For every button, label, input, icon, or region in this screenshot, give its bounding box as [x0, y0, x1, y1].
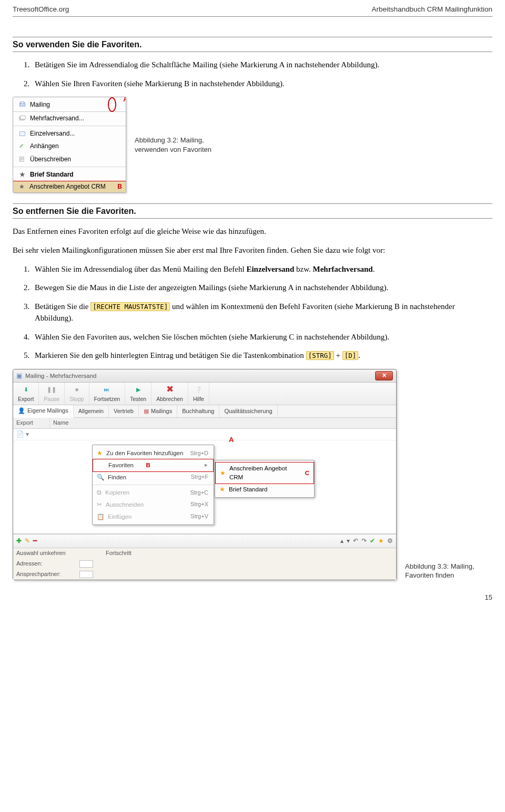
label: Export: [18, 395, 34, 403]
step-2-5: Markieren Sie den gelb hinterlegten Eint…: [32, 350, 492, 362]
tb-export[interactable]: ⬇Export: [13, 383, 39, 405]
text: Wählen Sie im Adressendialog über das Me…: [35, 265, 246, 273]
tab-allgemein[interactable]: Allgemein: [74, 405, 109, 417]
tb-fortsetzen[interactable]: ⏭Fortsetzen: [89, 383, 126, 405]
text: +: [334, 351, 342, 359]
menu-anschreiben-angebot[interactable]: ★ Anschreiben Angebot CRM B: [13, 181, 126, 193]
label: Stopp: [69, 395, 84, 403]
close-button[interactable]: ✕: [375, 371, 393, 381]
text: Betätigen Sie die: [35, 302, 90, 311]
menu-label: Überschreiben: [30, 155, 71, 164]
bold: Mehrfachversand: [313, 265, 373, 273]
table-row[interactable]: 📄 ▾: [13, 429, 396, 440]
chevron-up-icon[interactable]: ▴: [340, 537, 344, 546]
tab-eigene-mailings[interactable]: 👤Eigene Mailings: [13, 405, 74, 418]
col-name[interactable]: Name: [50, 418, 396, 428]
mailing-button[interactable]: Mailing A: [13, 97, 126, 111]
window-title: Mailing - Mehrfachversand: [25, 372, 97, 381]
submenu-arrow-icon: ▸: [205, 461, 208, 469]
star-icon: ★: [97, 449, 103, 458]
menu-brief-standard[interactable]: ★ Brief Standard: [13, 168, 126, 181]
marker-c: C: [305, 469, 309, 478]
mailing-button-label: Mailing: [30, 100, 50, 109]
help-icon: ❔: [195, 384, 202, 395]
person-icon: 👤: [18, 407, 25, 415]
paste-icon: 📋: [97, 512, 104, 521]
section2-title: So entfernen Sie die Favoriten.: [13, 203, 492, 219]
tb-pause: ❚❚Pause: [39, 383, 65, 405]
step-1-2-text: Wählen Sie Ihren Favoriten (siehe Markie…: [35, 79, 285, 88]
section1-title: So verwenden Sie die Favoriten.: [13, 37, 492, 52]
content-area[interactable]: 📄 ▾ A ★Zu den Favoriten hinzufügen Strg+…: [13, 429, 396, 534]
step-2-4: Wählen Sie den Favoriten aus, welchen Si…: [32, 332, 492, 343]
tb-stopp: ■Stopp: [65, 383, 89, 405]
chevron-down-icon[interactable]: ▾: [347, 537, 350, 546]
window-icon: ▣: [16, 372, 22, 381]
menu-ueberschreiben[interactable]: Überschreiben: [13, 153, 126, 166]
shortcut: Strg+X: [190, 500, 208, 509]
label: Favoriten: [108, 461, 134, 470]
attach-icon: [17, 143, 27, 151]
add-icon[interactable]: ✚: [16, 537, 22, 546]
edit-icon[interactable]: ✎: [25, 537, 30, 546]
ctx-favoriten[interactable]: Favoriten B ▸: [93, 459, 214, 472]
status-label: Auswahl umkehren: [16, 549, 74, 558]
para-1: Das Entfernen eines Favoriten erfolgt au…: [13, 226, 492, 238]
svg-rect-3: [20, 116, 25, 119]
figure-3-3: ▣ Mailing - Mehrfachversand ✕ ⬇Export ❚❚…: [13, 369, 492, 580]
label: Fortsetzen: [94, 395, 120, 403]
status-label: Fortschritt: [106, 549, 132, 558]
chevron-down-icon: ▾: [26, 430, 29, 439]
step-2-1: Wählen Sie im Adressendialog über das Me…: [32, 264, 492, 275]
menu-anhaengen[interactable]: Anhängen: [13, 140, 126, 152]
label: Abbrechen: [156, 395, 183, 403]
menu-label: Einzelversand...: [30, 129, 75, 138]
menu-label: Anschreiben Angebot CRM: [29, 182, 106, 191]
multi-send-icon: [17, 115, 27, 122]
text: bzw.: [294, 265, 312, 273]
step-2-2: Bewegen Sie die Maus in die Liste der an…: [32, 282, 492, 294]
marker-a: A: [229, 435, 234, 445]
text: .: [358, 351, 360, 359]
header-rule: [13, 16, 492, 17]
page-number: 15: [13, 593, 492, 603]
mailing-window: ▣ Mailing - Mehrfachversand ✕ ⬇Export ❚❚…: [13, 369, 397, 580]
menu-mehrfachversand[interactable]: Mehrfachversand...: [13, 112, 126, 125]
star-icon: ★: [17, 170, 27, 179]
undo-icon[interactable]: ↶: [353, 537, 358, 546]
tab-vertrieb[interactable]: Vertrieb: [109, 405, 139, 417]
figure-3-3-caption: Abbildung 3.3: Mailing, Favoriten finden: [405, 562, 484, 580]
play-icon: ▶: [136, 384, 140, 395]
figure-3-2-caption: Abbildung 3.2: Mailing, verwenden von Fa…: [135, 136, 224, 154]
fav-anschreiben[interactable]: ★ Anschreiben Angebot CRM C: [215, 462, 314, 484]
cancel-icon: ✖: [166, 384, 174, 395]
bold: Einzelversand: [246, 265, 294, 273]
tab-mailings[interactable]: ▦Mailings: [139, 405, 177, 417]
fav-brief-standard[interactable]: ★ Brief Standard: [215, 484, 314, 496]
status-area: Auswahl umkehren Fortschritt Adressen: A…: [13, 548, 396, 580]
stop-icon: ■: [75, 384, 78, 395]
ctx-finden[interactable]: 🔍Finden Strg+F: [93, 471, 214, 484]
menu-einzelversand[interactable]: Einzelversand...: [13, 127, 126, 140]
marker-b: B: [117, 182, 122, 191]
gear-icon[interactable]: ⚙: [387, 537, 393, 546]
tab-qs[interactable]: Qualitätssicherung: [219, 405, 277, 417]
col-export[interactable]: Export: [13, 418, 50, 428]
menu-label: Mehrfachversand...: [30, 114, 84, 123]
export-icon: ⬇: [24, 384, 28, 395]
tab-buchhaltung[interactable]: Buchhaltung: [177, 405, 219, 417]
tb-testen[interactable]: ▶Testen: [125, 383, 152, 405]
key-hint: [STRG]: [306, 351, 334, 360]
star-icon[interactable]: ★: [378, 537, 384, 546]
check-icon[interactable]: ✔: [370, 537, 375, 546]
tb-hilfe[interactable]: ❔Hilfe: [188, 383, 209, 405]
mailing-dropdown: Mailing A Mehrfachversand... Einzelversa…: [13, 97, 126, 193]
tb-abbrechen[interactable]: ✖Abbrechen: [152, 383, 188, 405]
ctx-add-favorite[interactable]: ★Zu den Favoriten hinzufügen Strg+D: [93, 447, 214, 459]
text: .: [373, 265, 375, 273]
redo-icon[interactable]: ↷: [361, 537, 367, 546]
ctx-ausschneiden: ✂Ausschneiden Strg+X: [93, 499, 214, 511]
delete-icon[interactable]: ━: [33, 537, 37, 546]
key-hint: [RECHTE MAUSTATSTE]: [90, 302, 170, 311]
tabbar: 👤Eigene Mailings Allgemein Vertrieb ▦Mai…: [13, 405, 396, 418]
